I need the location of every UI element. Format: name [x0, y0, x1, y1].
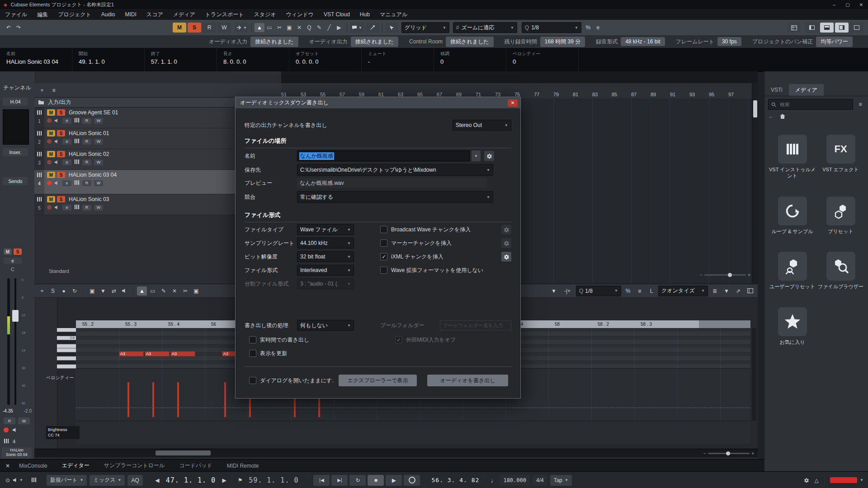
- channel-fader-handle[interactable]: [12, 310, 19, 322]
- auto-select-icon[interactable]: ▼: [549, 286, 559, 296]
- menu-item[interactable]: MIDI: [120, 11, 142, 18]
- monitor-button[interactable]: [54, 118, 60, 123]
- broadcast-wave-checkbox[interactable]: [380, 226, 387, 233]
- lower-zone-tab[interactable]: コードパッド: [172, 462, 219, 469]
- play-tool[interactable]: ▶: [334, 23, 344, 32]
- info-field[interactable]: オフセット 0. 0. 0. 0: [289, 48, 362, 71]
- monitor-level-control[interactable]: ▼: [13, 478, 23, 483]
- undo-icon[interactable]: ↶: [4, 23, 14, 32]
- lower-zone-tab[interactable]: MixConsole: [12, 463, 55, 469]
- edit-channel-button[interactable]: e: [62, 180, 71, 186]
- channel-mute-button[interactable]: M: [4, 249, 12, 255]
- horizontal-scrollbar[interactable]: − +: [34, 449, 758, 457]
- export-audio-button[interactable]: オーディオを書き出し: [427, 375, 508, 386]
- menu-item[interactable]: Hub: [355, 11, 375, 18]
- track-read-button[interactable]: R: [82, 160, 91, 165]
- info-field[interactable]: 移調 0: [434, 48, 506, 71]
- layer-icon[interactable]: ▼: [722, 286, 731, 296]
- grid-type-select[interactable]: グリッド▼: [401, 22, 449, 33]
- add-track-button[interactable]: +: [38, 86, 46, 94]
- status-item[interactable]: オーディオ出力 接続されました: [309, 37, 399, 47]
- sample-rate-select[interactable]: 44.100 kHz▼: [297, 238, 354, 249]
- editor-draw-tool[interactable]: ✎: [159, 286, 169, 296]
- info-field[interactable]: 開始 49. 1. 1. 0: [72, 48, 145, 71]
- channel-write-button[interactable]: W: [18, 418, 30, 424]
- track-solo-button[interactable]: S: [57, 196, 65, 202]
- global-solo-button[interactable]: S: [188, 23, 201, 33]
- track-mute-button[interactable]: M: [47, 151, 55, 157]
- tab-media[interactable]: メディア: [789, 84, 824, 96]
- channel-tab[interactable]: チャンネル: [0, 84, 34, 92]
- track-mute-button[interactable]: M: [47, 109, 55, 116]
- midi-note[interactable]: A3: [119, 351, 144, 357]
- mirror-icon[interactable]: ⇄: [109, 286, 119, 296]
- track-grip[interactable]: 1: [34, 108, 44, 128]
- channel-edit-button[interactable]: e: [4, 258, 22, 264]
- menu-item[interactable]: スタジオ: [249, 11, 281, 19]
- inserts-section[interactable]: Inser.: [3, 148, 28, 156]
- track-write-button[interactable]: W: [94, 118, 103, 124]
- list-view-button[interactable]: ≡: [856, 100, 865, 109]
- editor-solo-button[interactable]: S: [48, 286, 58, 296]
- menu-item[interactable]: VST Cloud: [319, 11, 355, 18]
- cycle-button[interactable]: ↻: [349, 475, 366, 486]
- midi-note[interactable]: A3: [170, 351, 195, 357]
- zoom-tool[interactable]: Q: [304, 23, 314, 32]
- realtime-export-checkbox[interactable]: [249, 336, 256, 343]
- edit-channel-button[interactable]: e: [62, 160, 71, 165]
- erase-tool[interactable]: ✕: [294, 23, 304, 32]
- zoom-in-icon[interactable]: +: [748, 272, 750, 277]
- controller-lane[interactable]: [76, 421, 750, 444]
- track-solo-button[interactable]: S: [57, 109, 65, 116]
- lower-zone-tab[interactable]: サンプラーコントロール: [97, 462, 172, 469]
- range-selection-tool[interactable]: ▭: [264, 23, 274, 32]
- zoom-out-icon[interactable]: −: [700, 272, 703, 277]
- part-select-icon[interactable]: ▣: [87, 286, 97, 296]
- left-zone-toggle[interactable]: [805, 23, 819, 33]
- metronome-icon[interactable]: △: [811, 476, 821, 485]
- lower-zone-toggle[interactable]: [820, 23, 834, 33]
- show-in-explorer-button[interactable]: エクスプローラーで表示: [339, 375, 417, 386]
- tile-loops-samples[interactable]: ループ & サンプル: [768, 197, 816, 235]
- channel-fader-track[interactable]: [14, 278, 16, 405]
- pan-control[interactable]: C: [4, 267, 22, 272]
- line-tool[interactable]: ╱: [324, 23, 334, 32]
- length-link-button[interactable]: L: [646, 286, 656, 296]
- output-channel-select[interactable]: Stereo Out▼: [453, 120, 511, 131]
- close-lower-zone-icon[interactable]: ✕: [4, 461, 12, 470]
- setup-window-layout-button[interactable]: [787, 23, 801, 33]
- editor-vertical-scrollbar[interactable]: [752, 328, 756, 421]
- speaker-icon[interactable]: [122, 288, 127, 293]
- tile-vst-effects[interactable]: FX VST エフェクト: [816, 135, 865, 179]
- editor-zoom-control[interactable]: − +: [703, 450, 754, 456]
- expand-editor-icon[interactable]: ⇗: [733, 286, 743, 296]
- zoom-mode-select[interactable]: #ズームに適応▼: [453, 22, 517, 33]
- edit-channel-button[interactable]: e: [62, 205, 71, 211]
- post-process-select[interactable]: 何もしない▼: [297, 320, 354, 331]
- record-arm-button[interactable]: [47, 205, 52, 210]
- menu-item[interactable]: スコア: [142, 11, 168, 19]
- time-signature-display[interactable]: 4/4: [533, 475, 547, 486]
- grip-button[interactable]: [385, 23, 399, 33]
- update-display-checkbox[interactable]: [249, 350, 256, 357]
- monitor-icon[interactable]: [12, 427, 18, 432]
- track-grip[interactable]: 4: [34, 170, 44, 194]
- record-arm-button[interactable]: [47, 160, 52, 164]
- home-icon[interactable]: [779, 113, 786, 119]
- instrument-editor-icon[interactable]: [74, 180, 80, 186]
- info-field[interactable]: 終了 57. 1. 1. 0: [145, 48, 217, 71]
- tile-file-browser[interactable]: ファイルブラウザー: [816, 252, 865, 290]
- instrument-editor-icon[interactable]: [74, 138, 80, 145]
- status-item[interactable]: 残り録音時間 168 時間 39 分: [505, 37, 585, 47]
- zone-setup-button[interactable]: [850, 23, 863, 33]
- menu-item[interactable]: 編集: [32, 11, 53, 19]
- cc-lane-label[interactable]: Brightness CC 74: [46, 426, 80, 439]
- midi-keyboard-icon[interactable]: [29, 476, 39, 485]
- menu-item[interactable]: Audio: [96, 11, 120, 18]
- multi-part-icon[interactable]: ≣: [710, 286, 720, 296]
- velocity-bar[interactable]: [224, 382, 226, 417]
- horizontal-scroll-handle[interactable]: [156, 450, 211, 455]
- vertical-scrollbar[interactable]: [752, 83, 758, 284]
- editor-grid-select[interactable]: Q1/8▼: [576, 286, 621, 296]
- track-picture[interactable]: [3, 109, 29, 145]
